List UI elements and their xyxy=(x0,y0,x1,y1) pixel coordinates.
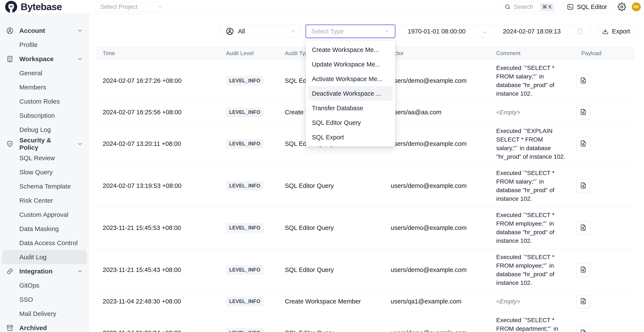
search-input[interactable]: Search ⌘ K xyxy=(501,2,556,12)
file-search-icon xyxy=(580,77,587,85)
audit-actor: users/aa@aa.com xyxy=(386,109,491,116)
audit-level-cell: LEVEL_INFO xyxy=(221,328,280,332)
sidebar-item-data-access-control[interactable]: Data Access Control xyxy=(2,236,87,250)
avatar[interactable]: DE xyxy=(632,2,641,11)
sidebar-item-slow-query[interactable]: Slow Query xyxy=(2,165,87,179)
audit-comment: <Empty> xyxy=(491,108,567,117)
sql-editor-label: SQL Editor xyxy=(577,3,607,10)
dropdown-option-sql-editor-query[interactable]: SQL Editor Query xyxy=(308,115,393,130)
dropdown-option-label: SQL Export xyxy=(312,134,344,141)
sidebar-item-label: Risk Center xyxy=(19,197,53,204)
topbar: Bytebase Select Project Search ⌘ K SQL E… xyxy=(0,0,644,14)
sidebar-item-label: Members xyxy=(19,84,46,91)
view-payload-button[interactable] xyxy=(576,137,590,151)
sidebar-item-debug-log[interactable]: Debug Log xyxy=(2,123,87,137)
download-icon xyxy=(602,28,608,34)
date-range-start[interactable]: 1970-01-01 08:00:00 xyxy=(408,28,466,35)
audit-level-badge: LEVEL_INFO xyxy=(226,223,264,233)
sidebar-item-sso[interactable]: SSO xyxy=(2,293,87,307)
file-search-icon xyxy=(580,329,587,332)
audit-comment: Executed `"SELECT * FROM department;"` i… xyxy=(491,316,567,332)
sidebar-group-security-policy[interactable]: Security & Policy xyxy=(2,137,87,151)
column-header-payload: Payload xyxy=(567,50,634,57)
table-row: 2023-11-21 15:45:43 +08:00LEVEL_INFOSQL … xyxy=(96,249,634,291)
audit-level-badge: LEVEL_INFO xyxy=(226,265,264,275)
sidebar-item-label: Slow Query xyxy=(19,168,53,176)
sidebar-item-label: Custom Approval xyxy=(19,211,68,218)
dropdown-option-label: SQL Editor Query xyxy=(312,119,361,126)
sidebar-group-label: Workspace xyxy=(19,55,54,63)
export-button[interactable]: Export xyxy=(598,25,634,38)
audit-level-cell: LEVEL_INFO xyxy=(221,297,280,306)
payload-cell xyxy=(567,263,634,277)
audit-actor: users/demo@example.com xyxy=(386,77,491,84)
sql-editor-button[interactable]: SQL Editor xyxy=(562,2,612,12)
sidebar-item-mail-delivery[interactable]: Mail Delivery xyxy=(2,307,87,321)
audit-time: 2023-11-04 21:26:34 +08:00 xyxy=(96,330,221,332)
file-search-icon xyxy=(580,224,587,232)
sidebar-item-custom-roles[interactable]: Custom Roles xyxy=(2,94,87,109)
type-filter-placeholder: Select Type xyxy=(311,28,344,35)
brand[interactable]: Bytebase xyxy=(0,1,89,13)
sidebar-group-workspace[interactable]: Workspace xyxy=(2,52,87,66)
sidebar-item-schema-template[interactable]: Schema Template xyxy=(2,179,87,193)
audit-type: SQL Editor Query xyxy=(280,224,386,231)
dropdown-option-deactivate-workspace[interactable]: Deactivate Workspace ... xyxy=(308,86,393,101)
type-filter-select[interactable]: Select Type xyxy=(306,25,395,38)
dropdown-option-create-workspace-me[interactable]: Create Workspace Me... xyxy=(308,42,393,57)
filter-bar: All Select Type 1970-01-01 08:00:00 → 20… xyxy=(220,25,634,38)
date-range-picker[interactable]: 1970-01-01 08:00:00 → 2024-02-07 18:09:1… xyxy=(400,25,591,38)
view-payload-button[interactable] xyxy=(576,74,590,88)
view-payload-button[interactable] xyxy=(576,179,590,193)
sidebar-item-subscription[interactable]: Subscription xyxy=(2,109,87,123)
settings-gear-icon[interactable] xyxy=(618,2,626,11)
project-select[interactable]: Select Project xyxy=(96,2,168,12)
dropdown-option-sql-export[interactable]: SQL Export xyxy=(308,130,393,145)
sidebar-item-label: Data Access Control xyxy=(19,239,78,247)
sidebar-item-label: GitOps xyxy=(19,282,39,289)
audit-time: 2024-02-07 16:27:26 +08:00 xyxy=(96,77,221,84)
audit-type: Create Workspace Member xyxy=(280,298,386,305)
audit-comment: Executed `"SELECT * FROM salary;"` in da… xyxy=(491,64,567,98)
dropdown-option-update-workspace-me[interactable]: Update Workspace Me... xyxy=(308,57,393,72)
actor-filter-select[interactable]: All xyxy=(220,25,301,38)
sidebar-item-profile[interactable]: Profile xyxy=(2,38,87,52)
brand-name: Bytebase xyxy=(20,1,62,12)
sidebar-item-audit-log[interactable]: Audit Log xyxy=(2,250,87,264)
view-payload-button[interactable] xyxy=(576,221,590,235)
audit-level-badge: LEVEL_INFO xyxy=(226,181,264,191)
sidebar-group-account[interactable]: Account xyxy=(2,24,87,38)
view-payload-button[interactable] xyxy=(576,263,590,277)
payload-cell xyxy=(567,137,634,151)
view-payload-button[interactable] xyxy=(576,105,590,120)
sidebar-item-label: Profile xyxy=(19,41,38,48)
sidebar-item-general[interactable]: General xyxy=(2,66,87,80)
date-range-end[interactable]: 2024-02-07 18:09:13 xyxy=(503,28,561,35)
sidebar-item-data-masking[interactable]: Data Masking xyxy=(2,222,87,236)
sidebar-item-risk-center[interactable]: Risk Center xyxy=(2,193,87,208)
sidebar-item-sql-review[interactable]: SQL Review xyxy=(2,151,87,165)
view-payload-button[interactable] xyxy=(576,326,590,332)
search-icon xyxy=(504,4,511,10)
terminal-icon xyxy=(567,3,574,10)
view-payload-button[interactable] xyxy=(576,295,590,309)
audit-time: 2023-11-21 15:45:53 +08:00 xyxy=(96,224,221,231)
audit-actor: users/qa1@example.com xyxy=(386,298,491,305)
sidebar-item-members[interactable]: Members xyxy=(2,80,87,94)
audit-actor: users/demo@example.com xyxy=(386,140,491,147)
dropdown-option-label: Create Workspace Me... xyxy=(312,46,379,53)
sidebar-item-custom-approval[interactable]: Custom Approval xyxy=(2,208,87,222)
audit-time: 2023-11-04 22:48:30 +08:00 xyxy=(96,298,221,305)
dropdown-option-transfer-database[interactable]: Transfer Database xyxy=(308,101,393,115)
sidebar-item-label: Mail Delivery xyxy=(19,310,56,318)
dropdown-option-activate-workspace-me[interactable]: Activate Workspace Me... xyxy=(308,72,393,86)
sidebar-group-integration[interactable]: Integration xyxy=(2,264,87,278)
sidebar-group-archived[interactable]: Archived xyxy=(2,321,87,332)
column-header-audit-level: Audit Level xyxy=(221,50,280,57)
file-search-icon xyxy=(580,140,587,148)
sidebar-item-gitops[interactable]: GitOps xyxy=(2,278,87,293)
table-row: 2023-11-04 22:48:30 +08:00LEVEL_INFOCrea… xyxy=(96,291,634,312)
table-row: 2023-11-21 15:45:53 +08:00LEVEL_INFOSQL … xyxy=(96,207,634,249)
file-search-icon xyxy=(580,298,587,305)
payload-cell xyxy=(567,221,634,235)
